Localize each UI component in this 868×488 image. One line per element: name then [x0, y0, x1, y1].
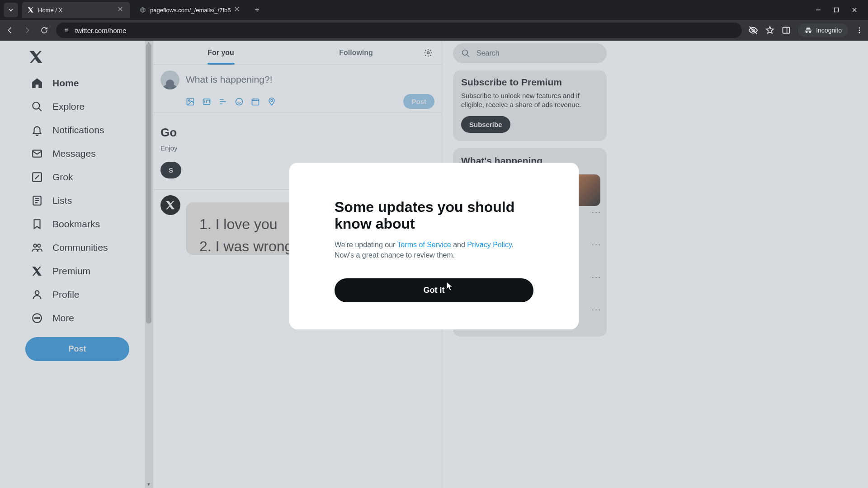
updates-modal: Some updates you should know about We're…	[289, 163, 579, 329]
reload-button[interactable]	[39, 25, 50, 36]
x-favicon-icon	[27, 6, 34, 14]
cursor-icon	[447, 282, 454, 291]
url-input[interactable]: twitter.com/home	[56, 23, 742, 38]
new-tab-button[interactable]: +	[250, 4, 263, 16]
incognito-icon	[804, 26, 812, 34]
back-button[interactable]	[5, 25, 15, 36]
browser-tab[interactable]: pageflows.com/_/emails/_/7fb5	[134, 2, 247, 18]
tab-title: pageflows.com/_/emails/_/7fb5	[150, 7, 231, 14]
bookmark-star-icon[interactable]	[765, 26, 774, 35]
svg-point-6	[859, 32, 860, 33]
window-controls	[814, 5, 864, 14]
close-window-button[interactable]	[850, 5, 859, 14]
svg-rect-1	[835, 8, 839, 12]
site-info-icon[interactable]	[62, 26, 71, 34]
browser-tab-active[interactable]: Home / X	[22, 2, 130, 18]
chevron-down-icon	[8, 7, 14, 13]
tab-search-button[interactable]	[4, 3, 18, 17]
modal-button-label: Got it	[424, 286, 445, 295]
got-it-button[interactable]: Got it	[335, 278, 533, 302]
browser-chrome: Home / X pageflows.com/_/emails/_/7fb5 +	[0, 0, 868, 41]
kebab-menu-icon[interactable]	[855, 26, 863, 34]
modal-backdrop[interactable]: Some updates you should know about We're…	[0, 41, 868, 488]
address-bar: twitter.com/home Incognito	[0, 20, 868, 41]
svg-point-4	[859, 27, 860, 28]
modal-body: We're updating our Terms of Service and …	[335, 239, 533, 260]
modal-title: Some updates you should know about	[335, 199, 533, 232]
eye-off-icon[interactable]	[748, 25, 758, 35]
tab-bar: Home / X pageflows.com/_/emails/_/7fb5 +	[0, 0, 868, 20]
tos-link[interactable]: Terms of Service	[397, 241, 451, 249]
forward-button[interactable]	[22, 25, 33, 36]
tab-title: Home / X	[38, 7, 62, 14]
minimize-button[interactable]	[814, 5, 823, 14]
tab-close-button[interactable]	[234, 6, 241, 14]
privacy-link[interactable]: Privacy Policy	[467, 241, 511, 249]
globe-icon	[139, 6, 146, 14]
url-text: twitter.com/home	[75, 27, 126, 34]
side-panel-icon[interactable]	[782, 26, 791, 35]
svg-point-5	[859, 30, 860, 31]
svg-rect-3	[783, 27, 790, 33]
incognito-label: Incognito	[816, 27, 842, 34]
incognito-badge[interactable]: Incognito	[798, 23, 848, 37]
tab-close-button[interactable]	[118, 6, 125, 14]
maximize-button[interactable]	[832, 5, 841, 14]
